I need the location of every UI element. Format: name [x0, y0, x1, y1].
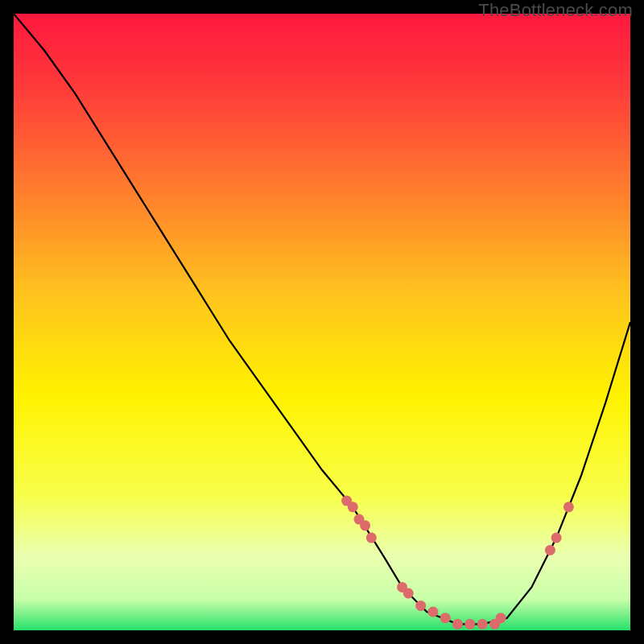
data-marker — [551, 533, 562, 543]
data-marker — [545, 545, 555, 555]
data-marker — [477, 619, 488, 630]
data-marker — [366, 533, 377, 543]
bottleneck-chart — [14, 14, 630, 630]
data-marker — [564, 502, 574, 512]
data-marker — [496, 613, 506, 623]
chart-frame — [14, 14, 630, 630]
data-marker — [403, 588, 414, 599]
data-marker — [452, 619, 463, 630]
data-marker — [427, 607, 438, 617]
data-marker — [440, 613, 451, 623]
data-marker — [464, 619, 475, 630]
data-marker — [415, 601, 426, 611]
data-marker — [348, 502, 358, 512]
data-marker — [360, 520, 370, 530]
gradient-background — [14, 14, 630, 630]
watermark-text: TheBottleneck.com — [478, 0, 633, 21]
